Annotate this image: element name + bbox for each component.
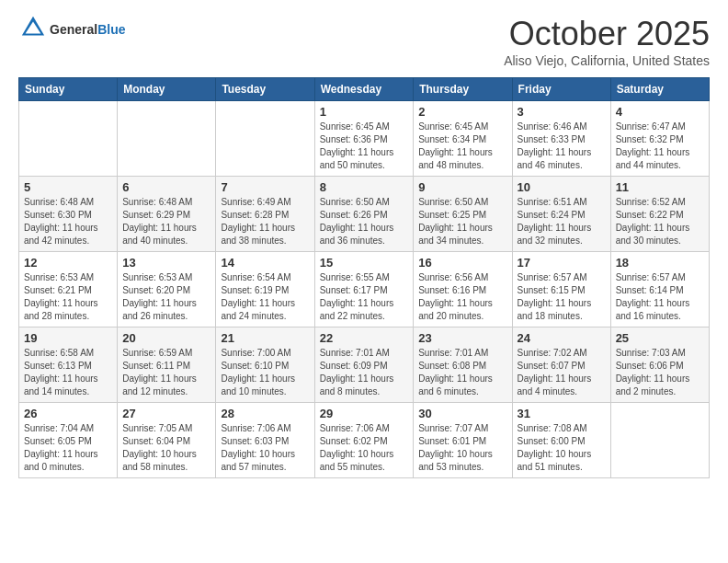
day-detail: Sunrise: 6:54 AM Sunset: 6:19 PM Dayligh…	[221, 271, 309, 323]
day-number: 15	[320, 256, 409, 270]
day-detail: Sunrise: 7:07 AM Sunset: 6:01 PM Dayligh…	[418, 422, 506, 474]
day-number: 6	[122, 180, 210, 194]
col-header-sunday: Sunday	[19, 78, 118, 101]
calendar-cell: 7Sunrise: 6:49 AM Sunset: 6:28 PM Daylig…	[216, 177, 314, 252]
day-number: 31	[518, 407, 606, 420]
col-header-saturday: Saturday	[610, 78, 709, 101]
calendar-cell: 26Sunrise: 7:04 AM Sunset: 6:05 PM Dayli…	[19, 403, 118, 478]
calendar-cell	[216, 101, 314, 177]
day-number: 2	[418, 105, 506, 119]
day-detail: Sunrise: 6:59 AM Sunset: 6:11 PM Dayligh…	[122, 347, 210, 398]
calendar-cell: 25Sunrise: 7:03 AM Sunset: 6:06 PM Dayli…	[610, 327, 709, 403]
calendar-cell: 23Sunrise: 7:01 AM Sunset: 6:08 PM Dayli…	[414, 327, 512, 403]
day-number: 25	[616, 331, 704, 345]
day-number: 10	[518, 180, 606, 194]
logo-icon	[20, 15, 46, 40]
calendar-cell	[19, 101, 118, 177]
day-detail: Sunrise: 6:55 AM Sunset: 6:17 PM Dayligh…	[320, 271, 409, 323]
logo-general-text: GeneralBlue	[50, 22, 125, 37]
calendar-header-row: SundayMondayTuesdayWednesdayThursdayFrid…	[19, 78, 710, 101]
day-detail: Sunrise: 6:50 AM Sunset: 6:26 PM Dayligh…	[320, 196, 409, 247]
title-block: October 2025 Aliso Viejo, California, Un…	[504, 15, 710, 68]
day-detail: Sunrise: 6:58 AM Sunset: 6:13 PM Dayligh…	[24, 347, 112, 398]
day-number: 19	[24, 331, 112, 345]
calendar-cell: 18Sunrise: 6:57 AM Sunset: 6:14 PM Dayli…	[610, 252, 709, 327]
day-number: 27	[122, 407, 210, 420]
calendar-week-row: 1Sunrise: 6:45 AM Sunset: 6:36 PM Daylig…	[19, 101, 710, 177]
day-detail: Sunrise: 6:48 AM Sunset: 6:29 PM Dayligh…	[122, 196, 210, 247]
day-detail: Sunrise: 6:49 AM Sunset: 6:28 PM Dayligh…	[221, 196, 309, 247]
day-number: 18	[616, 256, 704, 270]
calendar-cell: 19Sunrise: 6:58 AM Sunset: 6:13 PM Dayli…	[19, 327, 118, 403]
day-number: 13	[122, 256, 210, 270]
calendar-cell: 30Sunrise: 7:07 AM Sunset: 6:01 PM Dayli…	[414, 403, 512, 478]
day-detail: Sunrise: 7:00 AM Sunset: 6:10 PM Dayligh…	[221, 347, 309, 398]
location: Aliso Viejo, California, United States	[504, 53, 710, 68]
logo-general: General	[50, 22, 97, 37]
day-detail: Sunrise: 7:01 AM Sunset: 6:08 PM Dayligh…	[418, 347, 506, 398]
day-number: 7	[221, 180, 309, 194]
calendar-cell: 5Sunrise: 6:48 AM Sunset: 6:30 PM Daylig…	[19, 177, 118, 252]
day-number: 1	[320, 105, 409, 119]
calendar-cell: 28Sunrise: 7:06 AM Sunset: 6:03 PM Dayli…	[216, 403, 314, 478]
col-header-wednesday: Wednesday	[314, 78, 414, 101]
day-detail: Sunrise: 7:01 AM Sunset: 6:09 PM Dayligh…	[320, 347, 409, 398]
day-detail: Sunrise: 6:45 AM Sunset: 6:36 PM Dayligh…	[320, 121, 409, 172]
calendar-cell: 4Sunrise: 6:47 AM Sunset: 6:32 PM Daylig…	[610, 101, 709, 177]
day-number: 20	[122, 331, 210, 345]
calendar-week-row: 19Sunrise: 6:58 AM Sunset: 6:13 PM Dayli…	[19, 327, 710, 403]
day-detail: Sunrise: 7:04 AM Sunset: 6:05 PM Dayligh…	[24, 422, 112, 474]
day-number: 30	[418, 407, 506, 420]
calendar-cell: 17Sunrise: 6:57 AM Sunset: 6:15 PM Dayli…	[512, 252, 610, 327]
day-detail: Sunrise: 6:52 AM Sunset: 6:22 PM Dayligh…	[616, 196, 704, 247]
calendar-cell: 16Sunrise: 6:56 AM Sunset: 6:16 PM Dayli…	[414, 252, 512, 327]
logo: GeneralBlue	[18, 15, 125, 44]
day-number: 16	[418, 256, 506, 270]
calendar-cell: 31Sunrise: 7:08 AM Sunset: 6:00 PM Dayli…	[512, 403, 610, 478]
day-number: 4	[616, 105, 704, 119]
day-number: 28	[221, 407, 309, 420]
day-detail: Sunrise: 6:53 AM Sunset: 6:20 PM Dayligh…	[122, 271, 210, 323]
day-number: 17	[518, 256, 606, 270]
calendar-cell: 21Sunrise: 7:00 AM Sunset: 6:10 PM Dayli…	[216, 327, 314, 403]
col-header-thursday: Thursday	[414, 78, 512, 101]
day-number: 23	[418, 331, 506, 345]
header: GeneralBlue October 2025 Aliso Viejo, Ca…	[18, 15, 710, 68]
day-number: 5	[24, 180, 112, 194]
col-header-tuesday: Tuesday	[216, 78, 314, 101]
day-detail: Sunrise: 6:48 AM Sunset: 6:30 PM Dayligh…	[24, 196, 112, 247]
calendar-cell: 27Sunrise: 7:05 AM Sunset: 6:04 PM Dayli…	[118, 403, 216, 478]
calendar-cell: 6Sunrise: 6:48 AM Sunset: 6:29 PM Daylig…	[118, 177, 216, 252]
calendar-cell: 20Sunrise: 6:59 AM Sunset: 6:11 PM Dayli…	[118, 327, 216, 403]
day-number: 21	[221, 331, 309, 345]
day-detail: Sunrise: 6:57 AM Sunset: 6:15 PM Dayligh…	[518, 271, 606, 323]
calendar-cell: 13Sunrise: 6:53 AM Sunset: 6:20 PM Dayli…	[118, 252, 216, 327]
calendar-cell	[610, 403, 709, 478]
day-number: 8	[320, 180, 409, 194]
calendar-table: SundayMondayTuesdayWednesdayThursdayFrid…	[18, 77, 710, 478]
calendar-cell: 29Sunrise: 7:06 AM Sunset: 6:02 PM Dayli…	[314, 403, 414, 478]
month-title: October 2025	[504, 15, 710, 53]
logo-blue: Blue	[97, 22, 125, 37]
day-number: 3	[518, 105, 606, 119]
day-detail: Sunrise: 7:06 AM Sunset: 6:02 PM Dayligh…	[320, 422, 409, 474]
calendar-cell: 11Sunrise: 6:52 AM Sunset: 6:22 PM Dayli…	[610, 177, 709, 252]
day-detail: Sunrise: 6:45 AM Sunset: 6:34 PM Dayligh…	[418, 121, 506, 172]
calendar-cell: 9Sunrise: 6:50 AM Sunset: 6:25 PM Daylig…	[414, 177, 512, 252]
day-detail: Sunrise: 6:51 AM Sunset: 6:24 PM Dayligh…	[518, 196, 606, 247]
day-number: 26	[24, 407, 112, 420]
day-number: 11	[616, 180, 704, 194]
day-detail: Sunrise: 7:06 AM Sunset: 6:03 PM Dayligh…	[221, 422, 309, 474]
calendar-cell: 10Sunrise: 6:51 AM Sunset: 6:24 PM Dayli…	[512, 177, 610, 252]
calendar-cell: 12Sunrise: 6:53 AM Sunset: 6:21 PM Dayli…	[19, 252, 118, 327]
day-detail: Sunrise: 6:53 AM Sunset: 6:21 PM Dayligh…	[24, 271, 112, 323]
day-number: 12	[24, 256, 112, 270]
calendar-cell	[118, 101, 216, 177]
day-detail: Sunrise: 6:46 AM Sunset: 6:33 PM Dayligh…	[518, 121, 606, 172]
day-detail: Sunrise: 7:08 AM Sunset: 6:00 PM Dayligh…	[518, 422, 606, 474]
day-number: 22	[320, 331, 409, 345]
col-header-friday: Friday	[512, 78, 610, 101]
day-detail: Sunrise: 7:03 AM Sunset: 6:06 PM Dayligh…	[616, 347, 704, 398]
calendar-week-row: 12Sunrise: 6:53 AM Sunset: 6:21 PM Dayli…	[19, 252, 710, 327]
day-detail: Sunrise: 6:47 AM Sunset: 6:32 PM Dayligh…	[616, 121, 704, 172]
